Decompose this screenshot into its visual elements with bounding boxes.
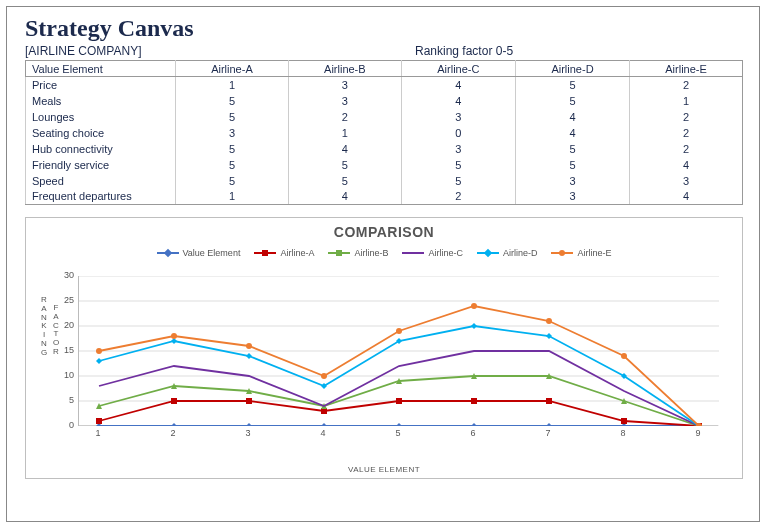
plot-area: 051015202530 123456789 [78,276,718,446]
cell: 2 [630,125,743,141]
cell: 4 [401,93,515,109]
cell: 5 [176,173,289,189]
cell: 4 [288,141,401,157]
svg-point-45 [246,343,252,349]
col-airline-c: Airline-C [401,61,515,77]
col-airline-a: Airline-A [176,61,289,77]
cell: 2 [630,77,743,93]
comparison-chart: COMPARISON Value Element Airline-A Airli… [25,217,743,479]
cell: 3 [630,173,743,189]
subtitle-row: [AIRLINE COMPANY] Ranking factor 0-5 [7,42,759,60]
svg-rect-23 [621,418,627,424]
x-axis-label: VALUE ELEMENT [26,465,742,474]
legend-airline-c: Airline-C [402,248,463,258]
cell: 5 [515,93,629,109]
cell: 5 [176,157,289,173]
strategy-table: Value Element Airline-A Airline-B Airlin… [25,60,743,205]
svg-point-46 [321,373,327,379]
svg-marker-34 [96,358,102,364]
table-row: Price13452 [26,77,743,93]
cell: 2 [630,141,743,157]
company-placeholder: [AIRLINE COMPANY] [25,44,275,58]
cell: 3 [401,109,515,125]
cell: 1 [176,77,289,93]
svg-marker-39 [471,323,477,329]
cell: Meals [26,93,176,109]
cell: 2 [401,189,515,205]
cell: 5 [515,77,629,93]
cell: 4 [515,109,629,125]
svg-point-43 [96,348,102,354]
cell: Lounges [26,109,176,125]
legend-airline-b: Airline-B [328,248,388,258]
cell: 4 [288,189,401,205]
col-airline-b: Airline-B [288,61,401,77]
cell: 5 [288,173,401,189]
col-airline-e: Airline-E [630,61,743,77]
svg-rect-16 [96,418,102,424]
svg-point-50 [621,353,627,359]
cell: Speed [26,173,176,189]
cell: 5 [288,157,401,173]
table-row: Seating choice31042 [26,125,743,141]
svg-point-49 [546,318,552,324]
legend-value-element: Value Element [157,248,241,258]
cell: 3 [515,173,629,189]
cell: 5 [401,173,515,189]
chart-legend: Value Element Airline-A Airline-B Airlin… [26,240,742,264]
table-row: Lounges52342 [26,109,743,125]
spreadsheet-sheet: Strategy Canvas [AIRLINE COMPANY] Rankin… [6,6,760,522]
cell: 2 [288,109,401,125]
chart-svg [79,276,719,426]
table-row: Speed55533 [26,173,743,189]
svg-point-47 [396,328,402,334]
svg-marker-8 [171,423,177,426]
legend-airline-e: Airline-E [551,248,611,258]
table-row: Friendly service55554 [26,157,743,173]
cell: Hub connectivity [26,141,176,157]
svg-marker-36 [246,353,252,359]
page-title: Strategy Canvas [7,7,759,42]
y-axis-label-sub: FACTOR [50,304,62,357]
legend-airline-a: Airline-A [254,248,314,258]
cell: 4 [630,189,743,205]
cell: Seating choice [26,125,176,141]
cell: Friendly service [26,157,176,173]
cell: 1 [630,93,743,109]
svg-marker-13 [546,423,552,426]
cell: 5 [176,109,289,125]
cell: 1 [176,189,289,205]
cell: 3 [288,77,401,93]
svg-rect-20 [396,398,402,404]
table-row: Meals53451 [26,93,743,109]
cell: 0 [401,125,515,141]
cell: Price [26,77,176,93]
svg-rect-21 [471,398,477,404]
svg-rect-17 [171,398,177,404]
cell: 4 [401,77,515,93]
cell: Frequent departures [26,189,176,205]
table-row: Hub connectivity54352 [26,141,743,157]
cell: 3 [288,93,401,109]
svg-marker-12 [471,423,477,426]
cell: 2 [630,109,743,125]
svg-rect-22 [546,398,552,404]
chart-title: COMPARISON [26,218,742,240]
table-row: Frequent departures14234 [26,189,743,205]
cell: 4 [515,125,629,141]
cell: 5 [176,93,289,109]
svg-marker-10 [321,423,327,426]
svg-point-44 [171,333,177,339]
col-value-element: Value Element [26,61,176,77]
svg-point-48 [471,303,477,309]
cell: 3 [515,189,629,205]
cell: 5 [515,157,629,173]
svg-marker-9 [246,423,252,426]
cell: 5 [401,157,515,173]
cell: 1 [288,125,401,141]
col-airline-d: Airline-D [515,61,629,77]
ranking-factor-label: Ranking factor 0-5 [415,44,513,58]
svg-marker-11 [396,423,402,426]
cell: 3 [176,125,289,141]
cell: 4 [630,157,743,173]
